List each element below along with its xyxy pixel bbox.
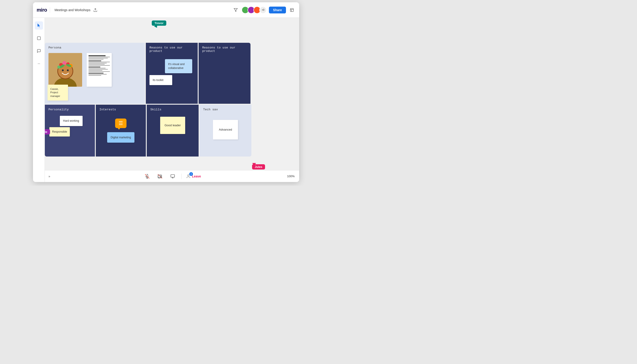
trevor-label: Trevor	[152, 20, 166, 26]
interests-title: Interests	[100, 108, 142, 111]
svg-rect-50	[170, 174, 174, 177]
app-window: miro Meetings and Workshops	[33, 2, 299, 182]
svg-point-11	[67, 70, 69, 71]
tech-title: Tech sav	[203, 108, 248, 111]
interests-content: ☰ Digital marketing	[100, 111, 142, 150]
avatar-more: +3	[259, 6, 267, 14]
svg-point-10	[62, 70, 64, 71]
section-persona: Persona	[45, 43, 145, 104]
skills-note-1: Good leader	[160, 117, 185, 134]
expand-icon[interactable]: »	[48, 174, 50, 178]
section-interests: Interests ☰ Digital marketing	[96, 105, 146, 156]
svg-rect-5	[37, 37, 40, 40]
sidebar: ···	[33, 18, 45, 182]
video-icon[interactable]	[156, 172, 164, 180]
reasons-note-1: It's visual and collaborative	[165, 59, 192, 73]
tech-content: Advanced	[203, 118, 248, 140]
sidebar-sticky-note-tool[interactable]	[35, 34, 43, 42]
main-content: ··· Trevor Leslie	[33, 18, 299, 182]
top-row: Persona	[45, 43, 259, 104]
svg-rect-49	[158, 175, 160, 178]
skills-title: Skills	[150, 108, 195, 111]
leslie-label: Leslie	[45, 129, 50, 134]
document-placeholder	[87, 53, 112, 87]
filter-icon[interactable]	[232, 6, 239, 14]
board-title: Meetings and Workshops	[54, 8, 90, 12]
header-divider	[50, 7, 50, 13]
leave-label[interactable]: Leave	[192, 174, 201, 178]
bottom-toolbar: »	[45, 170, 299, 182]
cursor-leslie: Leslie	[45, 129, 50, 134]
reasons-title: Reasons to use our product	[150, 46, 194, 53]
header: miro Meetings and Workshops	[33, 2, 299, 18]
persona-grid: Persona	[45, 43, 259, 156]
svg-point-53	[188, 174, 189, 176]
skills-content: Good leader	[150, 117, 195, 134]
svg-marker-1	[234, 8, 238, 12]
board-title-section: Meetings and Workshops	[54, 7, 99, 13]
svg-rect-2	[290, 8, 294, 12]
personality-note-1: Hard working	[60, 116, 82, 126]
toolbar-divider	[181, 174, 182, 179]
leave-button[interactable]: 3 Leave	[186, 174, 201, 178]
mic-icon[interactable]	[143, 172, 151, 180]
cassie-note: Cassie, Project manager	[48, 85, 68, 100]
menu-icon[interactable]	[288, 6, 296, 14]
canvas[interactable]: Trevor Leslie Persona	[45, 18, 299, 182]
persona-title: Persona	[48, 46, 141, 49]
chat-icon-symbol: ☰	[118, 120, 123, 126]
section-reasons: Reasons to use our product It's visual a…	[146, 43, 198, 104]
upload-icon[interactable]	[92, 7, 98, 13]
sidebar-more-tool[interactable]: ···	[35, 60, 43, 68]
personality-note-2: Responsible	[49, 127, 70, 136]
chat-bubble-tail	[118, 128, 120, 130]
sidebar-comment-tool[interactable]	[35, 47, 43, 55]
cursor-trevor: Trevor	[152, 20, 166, 28]
miro-logo: miro	[37, 7, 47, 13]
cursor-jules: Jules	[252, 162, 265, 170]
share-button[interactable]: Share	[269, 6, 286, 14]
tech-note-1: Advanced	[213, 120, 238, 140]
bottom-row: Personality Hard working Responsible Int…	[45, 105, 259, 156]
persona-image	[48, 53, 82, 87]
svg-point-13	[62, 61, 66, 65]
sidebar-cursor-tool[interactable]	[35, 22, 43, 30]
reasons2-title: Reasons to use our product	[202, 46, 247, 53]
chat-icon: ☰	[115, 118, 126, 128]
personality-title: Personality	[48, 108, 91, 111]
avatar-group: +3	[242, 6, 267, 14]
section-personality: Personality Hard working Responsible	[45, 105, 95, 156]
interests-icon-wrap: ☰	[115, 118, 126, 128]
reasons-content: It's visual and collaborative Its toolki…	[150, 59, 194, 85]
digital-marketing-note: Digital marketing	[107, 132, 134, 143]
leave-badge: 3	[189, 172, 193, 176]
header-right: +3 Share	[232, 6, 296, 14]
reasons-note-2: Its toolkit	[150, 75, 172, 85]
section-tech: Tech sav Advanced	[200, 105, 252, 156]
section-skills: Skills Good leader	[147, 105, 198, 156]
zoom-level: 100%	[287, 174, 294, 178]
section-reasons-2: Reasons to use our product	[198, 43, 250, 104]
screen-share-icon[interactable]	[168, 172, 177, 180]
